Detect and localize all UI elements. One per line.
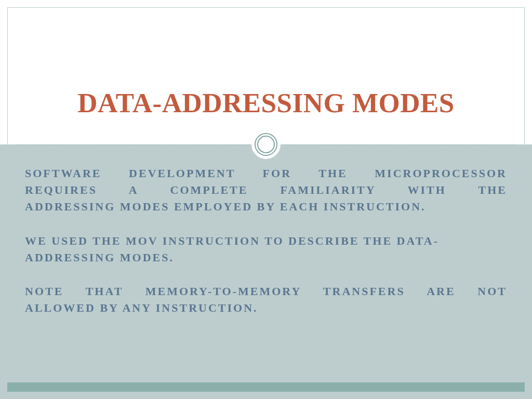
divider-ornament xyxy=(251,130,281,159)
p1-line3: ADDRESSING MODES EMPLOYED BY EACH INSTRU… xyxy=(25,198,507,215)
footer-accent-bar xyxy=(7,382,525,392)
paragraph-2: WE USED THE MOV INSTRUCTION TO DESCRIBE … xyxy=(25,233,507,266)
paragraph-3: NOTE THAT MEMORY-TO-MEMORY TRANSFERS ARE… xyxy=(25,283,507,316)
slide-title: DATA-ADDRESSING MODES xyxy=(77,87,455,118)
slide: DATA-ADDRESSING MODES SOFTWARE DEVELOPME… xyxy=(0,0,532,399)
paragraph-1: SOFTWARE DEVELOPMENT FOR THE MICROPROCES… xyxy=(25,165,507,215)
content-area: SOFTWARE DEVELOPMENT FOR THE MICROPROCES… xyxy=(25,165,507,334)
p3-line2: ALLOWED BY ANY INSTRUCTION. xyxy=(25,300,507,316)
p1-line2: REQUIRES A COMPLETE FAMILIARITY WITH THE xyxy=(25,182,507,198)
title-area: DATA-ADDRESSING MODES xyxy=(0,0,532,144)
p1-line1: SOFTWARE DEVELOPMENT FOR THE MICROPROCES… xyxy=(25,165,507,182)
p3-line1: NOTE THAT MEMORY-TO-MEMORY TRANSFERS ARE… xyxy=(25,283,507,300)
divider-ring-outer xyxy=(255,133,277,156)
divider-ring-inner xyxy=(257,136,275,153)
